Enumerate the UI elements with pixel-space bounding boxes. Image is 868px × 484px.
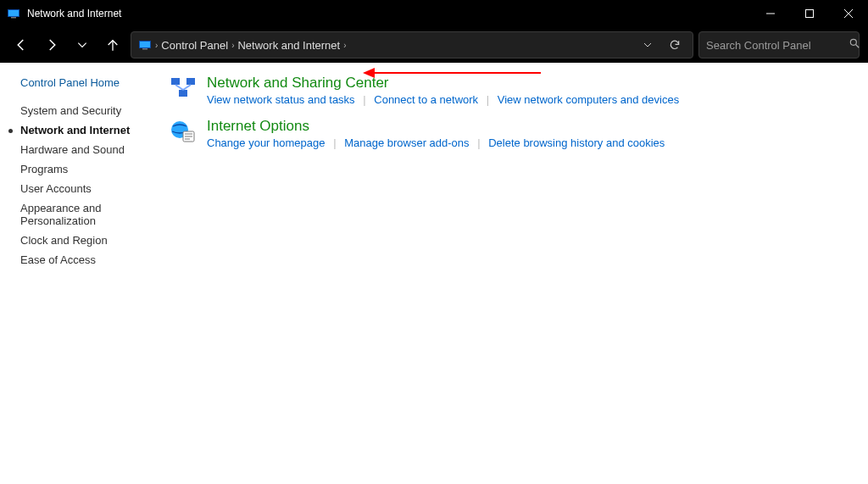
breadcrumb-label: Network and Internet <box>237 39 340 52</box>
chevron-right-icon[interactable]: › <box>155 41 158 50</box>
control-panel-icon <box>138 38 152 52</box>
sidebar-item-label: Ease of Access <box>20 253 96 266</box>
window-controls <box>751 0 868 27</box>
svg-rect-2 <box>11 17 16 19</box>
up-button[interactable] <box>100 32 125 58</box>
svg-point-11 <box>850 39 856 45</box>
separator: | <box>363 93 365 106</box>
category-network-sharing-center: Network and Sharing Center View network … <box>170 75 860 106</box>
search-bar[interactable] <box>698 31 860 58</box>
back-button[interactable] <box>8 32 34 58</box>
close-button[interactable] <box>829 0 868 27</box>
sidebar-item-label: User Accounts <box>20 182 92 195</box>
address-expand-button[interactable] <box>637 34 659 56</box>
sidebar-item-label: System and Security <box>20 104 121 117</box>
breadcrumb-label: Control Panel <box>161 39 228 52</box>
titlebar-left: Network and Internet <box>7 7 121 20</box>
svg-rect-16 <box>186 78 195 85</box>
svg-line-18 <box>175 85 183 90</box>
separator: | <box>333 136 336 149</box>
sidebar-item-label: Programs <box>20 163 68 175</box>
task-link[interactable]: Manage browser add-ons <box>344 136 469 149</box>
internet-options-icon <box>170 118 197 145</box>
task-link[interactable]: Connect to a network <box>374 93 478 106</box>
body-area: Control Panel Home System and Security N… <box>0 63 868 484</box>
chevron-right-icon[interactable]: › <box>343 41 346 50</box>
sidebar-list: System and Security Network and Internet… <box>20 101 161 270</box>
svg-rect-1 <box>8 10 19 16</box>
address-bar[interactable]: › Control Panel › Network and Internet › <box>131 31 693 58</box>
sidebar-item-label: Appearance and Personalization <box>20 202 101 227</box>
sidebar-item-hardware-and-sound[interactable]: Hardware and Sound <box>20 140 161 159</box>
chevron-right-icon[interactable]: › <box>231 41 234 50</box>
category-title-link[interactable]: Network and Sharing Center <box>207 75 389 92</box>
titlebar: Network and Internet <box>0 0 868 27</box>
minimize-button[interactable] <box>751 0 790 27</box>
category-links: View network status and tasks | Connect … <box>207 93 679 106</box>
network-sharing-center-icon <box>170 75 197 102</box>
svg-line-19 <box>183 85 191 90</box>
task-link[interactable]: Change your homepage <box>207 136 326 149</box>
sidebar-item-label: Hardware and Sound <box>20 143 125 156</box>
category-links: Change your homepage | Manage browser ad… <box>207 136 665 149</box>
breadcrumb-item[interactable]: Control Panel <box>161 39 228 52</box>
task-link[interactable]: View network computers and devices <box>498 93 679 106</box>
sidebar-item-ease-of-access[interactable]: Ease of Access <box>20 250 161 270</box>
search-input[interactable] <box>706 39 849 52</box>
sidebar-item-user-accounts[interactable]: User Accounts <box>20 179 161 198</box>
svg-rect-9 <box>140 42 150 47</box>
svg-line-12 <box>856 45 860 48</box>
sidebar: Control Panel Home System and Security N… <box>0 63 161 484</box>
sidebar-item-system-and-security[interactable]: System and Security <box>20 101 161 120</box>
sidebar-item-appearance-personalization[interactable]: Appearance and Personalization <box>20 198 131 231</box>
sidebar-item-programs[interactable]: Programs <box>20 159 161 179</box>
sidebar-item-network-and-internet[interactable]: Network and Internet <box>20 120 161 140</box>
sidebar-item-label: Network and Internet <box>20 124 130 136</box>
window-title: Network and Internet <box>27 8 121 19</box>
separator: | <box>487 93 489 106</box>
svg-rect-10 <box>142 48 147 50</box>
maximize-button[interactable] <box>790 0 829 27</box>
task-link[interactable]: View network status and tasks <box>207 93 355 106</box>
sidebar-home-link[interactable]: Control Panel Home <box>20 76 161 89</box>
task-link[interactable]: Delete browsing history and cookies <box>488 136 665 149</box>
nav-row: › Control Panel › Network and Internet › <box>0 27 868 63</box>
category-title-link[interactable]: Internet Options <box>207 118 309 135</box>
separator: | <box>477 136 480 149</box>
svg-rect-15 <box>171 78 180 85</box>
svg-rect-17 <box>179 90 187 97</box>
control-panel-icon <box>7 7 20 20</box>
svg-rect-4 <box>806 10 814 18</box>
history-dropdown-button[interactable] <box>70 32 95 58</box>
forward-button[interactable] <box>39 32 64 58</box>
breadcrumb-item[interactable]: Network and Internet <box>237 39 340 52</box>
search-icon[interactable] <box>849 37 860 53</box>
sidebar-item-clock-and-region[interactable]: Clock and Region <box>20 231 161 250</box>
category-internet-options: Internet Options Change your homepage | … <box>170 118 860 149</box>
refresh-button[interactable] <box>664 34 686 56</box>
content-area: Network and Sharing Center View network … <box>161 63 868 484</box>
sidebar-item-label: Clock and Region <box>20 234 108 247</box>
